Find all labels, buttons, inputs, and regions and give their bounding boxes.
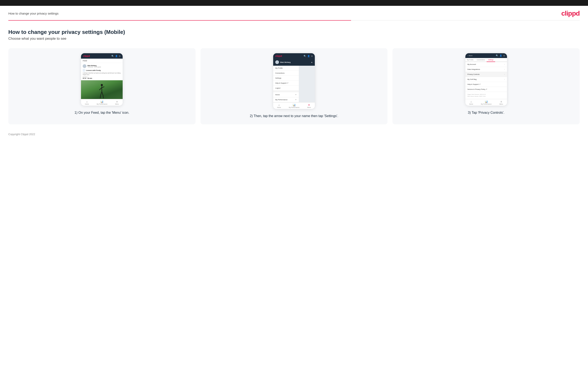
user-icon-2[interactable]: 👤 (307, 55, 310, 57)
feed-lesson-title: Lesson with Fordy (86, 69, 101, 71)
bottom-home-2[interactable]: ⌂ Home (277, 104, 281, 108)
bottom-home[interactable]: ⌂ Home (85, 100, 89, 105)
feed-description: Looking to feel like my hands are exitin… (83, 72, 121, 76)
step-1-description: 1) On your Feed, tap the 'Menu' icon. (75, 110, 129, 115)
bottom-menu-close[interactable]: ✕ Menu (307, 104, 311, 108)
footer: Copyright Clippd 2022 (0, 128, 588, 142)
lesson-icon (83, 69, 85, 72)
phone-menu-right-overlay (299, 66, 315, 102)
step-2-phone: clippd 🔍 👤 ⊙ Blair McHarg ▲ (273, 53, 315, 109)
menu-label-3: Menu (499, 103, 503, 105)
step-2-description: 2) Then, tap the arrow next to your name… (250, 114, 338, 118)
phone-2-bottom-bar: ⌂ Home 📊 My Performance ✕ Menu (273, 102, 315, 109)
back-label[interactable]: Back (469, 55, 472, 57)
menu-item-settings[interactable]: Settings (273, 76, 299, 81)
bottom-menu[interactable]: ≡ Menu (115, 100, 119, 105)
version-line-1: Clippd Client Version: 2022.8.3-3 (467, 93, 505, 95)
performance-label-3: My Performance (481, 103, 492, 105)
phone-1-logo: clippd (83, 55, 90, 57)
menu-item-logout[interactable]: Logout (273, 86, 299, 91)
performance-icon-3: 📊 (485, 100, 488, 103)
menu-avatar (275, 60, 279, 64)
home-icon: ⌂ (86, 100, 88, 103)
menu-item-home-label: Home (275, 94, 280, 96)
svg-line-4 (101, 92, 102, 95)
settings-icon-2[interactable]: ⊙ (311, 55, 313, 57)
bottom-performance[interactable]: 📊 My Performance (97, 100, 107, 105)
menu-icon-3: ≡ (501, 100, 502, 103)
chevron-right-icon: ▼ (295, 94, 297, 96)
phone-3-nav-icons: 🔍 👤 ⊙ (496, 54, 505, 57)
phone-menu-content: My Profile Connections Settings Help & S… (273, 66, 315, 102)
phone-settings-list: My Account › Data Integrations › Privacy… (465, 62, 507, 92)
settings-item-help-support[interactable]: Help & Support ↗ (465, 82, 507, 87)
my-account-arrow-icon: › (504, 63, 505, 65)
chevron-right-icon-2: ▼ (295, 99, 297, 101)
home-label-3: Home (469, 103, 473, 105)
menu-item-home[interactable]: Home ▼ (273, 92, 299, 97)
phone-menu-items-list: My Profile Connections Settings Help & S… (273, 66, 299, 102)
menu-label-2: Menu (307, 107, 311, 108)
step-3-description: 3) Tap 'Privacy Controls'. (468, 110, 504, 115)
feed-user-info: Blair McHarg Yesterday · Sunningdale (87, 65, 101, 67)
menu-item-performance[interactable]: My Performance ▼ (273, 97, 299, 102)
menu-item-help[interactable]: Help & Support ↗ (273, 81, 299, 86)
settings-item-data-integrations[interactable]: Data Integrations › (465, 67, 507, 72)
settings-icon[interactable]: ⊙ (119, 55, 121, 57)
phone-version-info: Clippd Client Version: 2022.8.3-3 GQL Se… (465, 92, 507, 99)
data-integrations-arrow-icon: › (504, 68, 505, 70)
phone-2-navbar: clippd 🔍 👤 ⊙ (273, 53, 315, 59)
settings-item-my-account[interactable]: My Account › (465, 62, 507, 67)
bottom-home-3[interactable]: ⌂ Home (469, 100, 473, 105)
bottom-menu-3[interactable]: ≡ Menu (499, 100, 503, 105)
home-icon-2: ⌂ (278, 104, 280, 107)
user-icon-3[interactable]: 👤 (500, 54, 502, 57)
step-1-phone: clippd 🔍 👤 ⊙ Feed Blair McHarg (81, 53, 123, 106)
menu-label: Menu (115, 103, 119, 105)
feed-avatar (83, 64, 86, 68)
menu-item-my-profile[interactable]: My Profile (273, 66, 299, 71)
bottom-performance-2[interactable]: 📊 My Performance (289, 104, 299, 108)
user-icon[interactable]: 👤 (115, 55, 118, 57)
feed-user-meta: Yesterday · Sunningdale (87, 66, 101, 67)
help-support-label: Help & Support ↗ (467, 83, 481, 85)
phone-1-nav-icons: 🔍 👤 ⊙ (111, 55, 121, 57)
menu-username: Blair McHarg (280, 61, 290, 63)
step-3-phone: ‹ Back 🔍 👤 ⊙ My Profile Connections Sett… (465, 53, 507, 106)
bottom-performance-3[interactable]: 📊 My Performance (481, 100, 492, 105)
search-icon-2[interactable]: 🔍 (303, 55, 306, 57)
menu-chevron-up-icon: ▲ (311, 61, 313, 63)
settings-item-privacy-controls[interactable]: Privacy Controls › (465, 72, 507, 77)
search-icon[interactable]: 🔍 (111, 55, 114, 57)
performance-icon: 📊 (100, 100, 104, 103)
data-integrations-label: Data Integrations (467, 68, 480, 70)
search-icon-3[interactable]: 🔍 (496, 54, 498, 57)
steps-container: clippd 🔍 👤 ⊙ Feed Blair McHarg (8, 48, 580, 124)
menu-item-connections[interactable]: Connections (273, 71, 299, 76)
home-label-2: Home (277, 107, 281, 108)
tab-settings[interactable]: Settings (487, 58, 495, 62)
phone-menu-user-row[interactable]: Blair McHarg ▲ (273, 59, 315, 66)
tab-connections[interactable]: Connections (475, 58, 487, 62)
svg-line-7 (103, 95, 104, 98)
step-1-card: clippd 🔍 👤 ⊙ Feed Blair McHarg (8, 48, 196, 124)
settings-item-service-privacy[interactable]: Service & Privacy Policy ↗ (465, 87, 507, 92)
phone-3-tabs: My Profile Connections Settings (465, 58, 507, 62)
phone-2-nav-icons: 🔍 👤 ⊙ (303, 55, 313, 57)
phone-3-back-bar: ‹ Back 🔍 👤 ⊙ (465, 53, 507, 58)
performance-icon-2: 📊 (293, 104, 296, 107)
settings-icon-3[interactable]: ⊙ (503, 54, 505, 57)
performance-label: My Performance (97, 103, 107, 105)
step-2-card: clippd 🔍 👤 ⊙ Blair McHarg ▲ (200, 48, 388, 124)
main-content: How to change your privacy settings (Mob… (0, 21, 588, 128)
phone-1-bottom-bar: ⌂ Home 📊 My Performance ≡ Menu (81, 99, 123, 106)
close-icon: ✕ (308, 104, 310, 107)
phone-3-bottom-bar: ⌂ Home 📊 My Performance ≡ Menu (465, 99, 507, 106)
feed-lesson-row: Lesson with Fordy (83, 69, 121, 72)
version-line-2: GQL Server Version: 2022.7.30-1 (467, 95, 505, 97)
tab-my-profile[interactable]: My Profile (465, 58, 475, 62)
feed-label: Feed (81, 59, 123, 63)
settings-item-my-golf-bag[interactable]: My Golf Bag › (465, 77, 507, 82)
feed-duration-value: 01 hr : 30 min (83, 78, 121, 79)
performance-label-2: My Performance (289, 107, 299, 108)
